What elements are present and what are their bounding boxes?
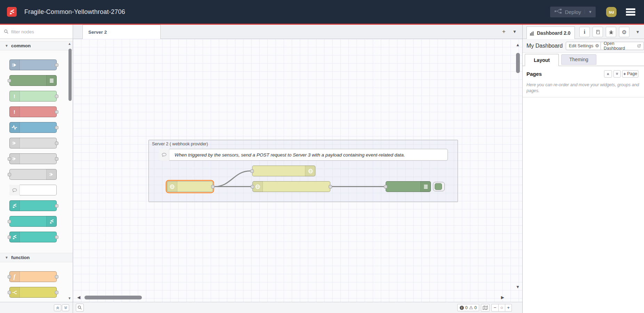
error-count: 0: [465, 305, 468, 310]
deploy-button[interactable]: Deploy ▼: [550, 7, 596, 17]
move-page-up-button[interactable]: [604, 70, 612, 78]
chevron-down-icon: ▼: [5, 256, 8, 259]
external-link-icon: [637, 44, 641, 48]
zoom-in-button[interactable]: +: [505, 304, 512, 311]
sidebar-menu-caret-icon[interactable]: ▼: [636, 30, 640, 34]
debug-tab-button[interactable]: [606, 27, 616, 37]
dashboard-tabs: Layout Theming: [523, 53, 644, 66]
flow-node-http-response[interactable]: [252, 166, 315, 176]
dashboard-name: My Dashboard: [526, 43, 563, 49]
palette-node-status[interactable]: [9, 122, 57, 133]
canvas-scroll-left-icon[interactable]: ◀: [77, 295, 80, 300]
output-port[interactable]: [211, 185, 215, 188]
main-menu-icon[interactable]: [626, 7, 635, 17]
canvas-vscrollbar-thumb[interactable]: [516, 53, 520, 73]
canvas-search-button[interactable]: [76, 304, 84, 312]
flow-node-request-server3[interactable]: [252, 181, 330, 192]
add-flow-icon[interactable]: +: [502, 28, 506, 35]
palette-node-complete[interactable]: !: [9, 91, 57, 102]
output-port: [55, 110, 58, 114]
collapse-all-button[interactable]: [54, 304, 61, 311]
zoom-out-button[interactable]: −: [492, 304, 498, 311]
info-tab-button[interactable]: i: [579, 27, 590, 37]
navigator-toggle-button[interactable]: [481, 304, 490, 312]
category-label: common: [11, 43, 31, 48]
deploy-dropdown-caret-icon[interactable]: ▼: [585, 10, 592, 14]
output-port: [55, 63, 58, 67]
palette-node-project-out[interactable]: [9, 216, 57, 227]
edit-settings-button[interactable]: Edit Settings ⚙: [566, 42, 602, 50]
comment-text: When triggered by the sensors, send a PO…: [175, 149, 445, 160]
project-logo-icon: [9, 200, 20, 211]
flow-list-caret-icon[interactable]: ▼: [513, 29, 517, 34]
palette-node-link-in[interactable]: [9, 138, 57, 149]
tab-dashboard-2[interactable]: Dashboard 2.0: [526, 26, 575, 39]
palette-node-project-call[interactable]: [9, 232, 57, 242]
palette-node-catch[interactable]: !: [9, 106, 57, 117]
zoom-controls: − ○ +: [491, 304, 512, 312]
info-icon: i: [584, 29, 585, 35]
flow-node-debug-1[interactable]: [386, 181, 431, 192]
input-port: [8, 235, 11, 239]
sidebar-tabbar: Dashboard 2.0 i ⚙ ▼: [523, 25, 644, 39]
link-arrow-icon: [46, 169, 57, 180]
palette-node-link-out[interactable]: [9, 169, 57, 180]
palette-node-switch[interactable]: [9, 287, 57, 298]
tab-layout[interactable]: Layout: [525, 54, 559, 66]
palette-node-link-call[interactable]: [9, 153, 57, 164]
input-port[interactable]: [251, 185, 254, 188]
canvas-scroll-up-icon[interactable]: ▲: [516, 42, 520, 47]
zoom-reset-button[interactable]: ○: [498, 304, 505, 311]
move-page-down-button[interactable]: [613, 70, 621, 78]
palette-node-function[interactable]: f: [9, 271, 57, 282]
palette-scroll-down-icon[interactable]: ▼: [68, 296, 71, 300]
filter-nodes-input[interactable]: [11, 29, 63, 34]
canvas-hscrollbar-thumb[interactable]: [84, 296, 142, 299]
config-tab-button[interactable]: ⚙: [619, 27, 629, 37]
output-port[interactable]: [329, 185, 332, 188]
canvas-scroll-down-icon[interactable]: ▼: [516, 284, 520, 289]
comment-node[interactable]: When triggered by the sensors, send a PO…: [159, 149, 448, 161]
globe-icon: [167, 181, 177, 192]
app-logo-icon: [7, 7, 17, 17]
input-port: [8, 173, 11, 176]
input-port[interactable]: [384, 185, 387, 188]
open-dashboard-button[interactable]: Open Dashboard: [601, 42, 644, 50]
tab-theming[interactable]: Theming: [561, 54, 596, 65]
flow-canvas[interactable]: Server 2 ( webhook provider) When trigge…: [73, 39, 522, 302]
debug-enable-toggle[interactable]: [433, 182, 445, 191]
output-port: [55, 126, 58, 129]
pages-help-text: Here you can re-order and move your widg…: [526, 82, 640, 94]
right-sidebar: Dashboard 2.0 i ⚙ ▼ My Dashboard Edit Se…: [522, 25, 644, 313]
flow-node-webhook[interactable]: [167, 181, 213, 192]
globe-icon: [305, 166, 315, 176]
palette-search[interactable]: [0, 25, 73, 39]
speech-bubble-icon: [9, 185, 20, 195]
palette-scroll-up-icon[interactable]: ▲: [68, 42, 71, 46]
canvas-scroll-right-icon[interactable]: ▶: [501, 295, 504, 300]
palette-node-debug[interactable]: [9, 75, 57, 86]
dashboard-header: My Dashboard Edit Settings ⚙ Open Dashbo…: [523, 39, 644, 53]
user-avatar[interactable]: su: [606, 7, 617, 17]
input-port[interactable]: [250, 169, 254, 173]
inject-arrow-icon: [9, 59, 20, 70]
deploy-label: Deploy: [565, 9, 581, 15]
error-icon: !: [460, 306, 464, 310]
input-port: [8, 79, 11, 82]
palette-node-inject[interactable]: [9, 59, 57, 70]
add-page-button[interactable]: + Page: [622, 70, 638, 78]
bug-icon: [609, 30, 614, 35]
edit-settings-label: Edit Settings: [569, 43, 593, 48]
palette-category-common[interactable]: ▼common: [0, 41, 73, 50]
link-arrow-icon: [9, 138, 20, 149]
palette-category-function[interactable]: ▼function: [0, 253, 73, 262]
palette-node-project-in[interactable]: [9, 200, 57, 211]
input-port: [8, 291, 11, 294]
palette-scrollbar-thumb[interactable]: [69, 49, 72, 101]
flow-tab-server-2[interactable]: Server 2: [82, 25, 161, 39]
palette-node-comment[interactable]: [9, 185, 57, 195]
help-tab-button[interactable]: [593, 27, 603, 37]
pages-row: Pages + Page: [523, 70, 644, 78]
notifications-badge[interactable]: ! 0 ⚠ 0: [457, 304, 479, 311]
expand-all-button[interactable]: [62, 304, 69, 311]
